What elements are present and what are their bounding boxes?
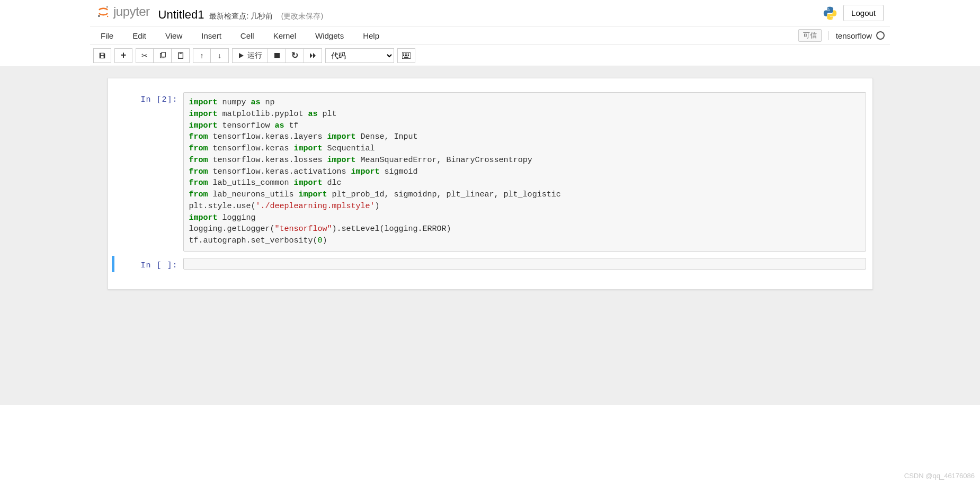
command-palette-button[interactable]: [397, 48, 415, 63]
cell-prompt: In [ ]:: [114, 258, 183, 270]
cell-type-select[interactable]: 代码: [325, 48, 394, 63]
stop-icon: [274, 52, 280, 59]
menu-view[interactable]: View: [157, 27, 191, 44]
svg-rect-13: [406, 53, 407, 55]
add-cell-button[interactable]: +: [114, 48, 132, 63]
menu-cell[interactable]: Cell: [232, 27, 263, 44]
cell-input-area[interactable]: [183, 258, 866, 270]
cut-icon: ✂: [141, 51, 148, 60]
arrow-up-icon: ↑: [200, 51, 204, 60]
menu-widgets[interactable]: Widgets: [307, 27, 352, 44]
svg-rect-15: [403, 55, 404, 56]
copy-button[interactable]: [154, 48, 172, 63]
svg-rect-6: [162, 52, 165, 57]
trusted-indicator[interactable]: 可信: [798, 29, 822, 42]
svg-rect-16: [405, 55, 406, 56]
restart-button[interactable]: ↻: [286, 48, 304, 63]
svg-point-1: [98, 15, 100, 17]
menu-bar: File Edit View Insert Cell Kernel Widget…: [90, 26, 890, 45]
svg-rect-14: [408, 53, 409, 55]
menu-file[interactable]: File: [92, 27, 122, 44]
menu-kernel[interactable]: Kernel: [265, 27, 305, 44]
save-icon: [99, 52, 106, 59]
svg-point-4: [832, 17, 833, 19]
arrow-down-icon: ↓: [218, 51, 221, 60]
python-logo-icon: [822, 5, 838, 21]
logout-button[interactable]: Logout: [843, 5, 884, 21]
cut-button[interactable]: ✂: [136, 48, 154, 63]
notebook-container: In [2]: import numpy as npimport matplot…: [108, 78, 873, 290]
svg-rect-18: [408, 55, 409, 56]
move-down-button[interactable]: ↓: [211, 48, 229, 63]
run-button[interactable]: 运行: [232, 48, 268, 63]
svg-point-2: [107, 16, 108, 17]
toolbar: + ✂ ↑ ↓ 运行 ↻ 代码: [90, 45, 890, 66]
notebook-header: jupyter Untitled1 最新检查点: 几秒前 (更改未保存) Log…: [90, 0, 890, 26]
restart-icon: ↻: [291, 50, 298, 60]
fast-forward-icon: [309, 52, 317, 59]
play-icon: [238, 52, 244, 59]
save-button[interactable]: [93, 48, 111, 63]
plus-icon: +: [121, 50, 127, 61]
menu-help[interactable]: Help: [354, 27, 388, 44]
svg-rect-8: [180, 52, 182, 53]
jupyter-logo-icon: [96, 5, 110, 19]
cell-input-area[interactable]: import numpy as npimport matplotlib.pypl…: [183, 92, 866, 252]
keyboard-icon: [402, 52, 411, 59]
copy-icon: [159, 52, 166, 59]
svg-rect-9: [274, 53, 280, 58]
notebook-body: In [2]: import numpy as npimport matplot…: [0, 66, 980, 405]
svg-rect-12: [405, 53, 406, 55]
svg-rect-17: [406, 55, 407, 56]
checkpoint-status: 最新检查点: 几秒前 (更改未保存): [209, 12, 323, 21]
svg-rect-11: [403, 53, 404, 55]
stop-button[interactable]: [268, 48, 286, 63]
svg-point-0: [106, 6, 108, 7]
run-label: 运行: [247, 51, 262, 60]
code-cell[interactable]: In [ ]:: [112, 256, 866, 272]
paste-icon: [177, 52, 184, 59]
cell-prompt: In [2]:: [114, 92, 183, 104]
run-all-button[interactable]: [304, 48, 322, 63]
paste-button[interactable]: [172, 48, 190, 63]
svg-rect-19: [404, 57, 408, 58]
jupyter-logo-text: jupyter: [113, 4, 150, 19]
svg-point-3: [827, 7, 828, 8]
move-up-button[interactable]: ↑: [193, 48, 211, 63]
kernel-status-icon[interactable]: [876, 31, 885, 40]
notebook-title[interactable]: Untitled1: [158, 8, 204, 22]
code-cell[interactable]: In [2]: import numpy as npimport matplot…: [114, 90, 866, 254]
jupyter-logo[interactable]: jupyter: [96, 4, 150, 19]
menu-edit[interactable]: Edit: [124, 27, 155, 44]
menu-insert[interactable]: Insert: [193, 27, 230, 44]
kernel-name[interactable]: tensorflow: [836, 31, 872, 40]
